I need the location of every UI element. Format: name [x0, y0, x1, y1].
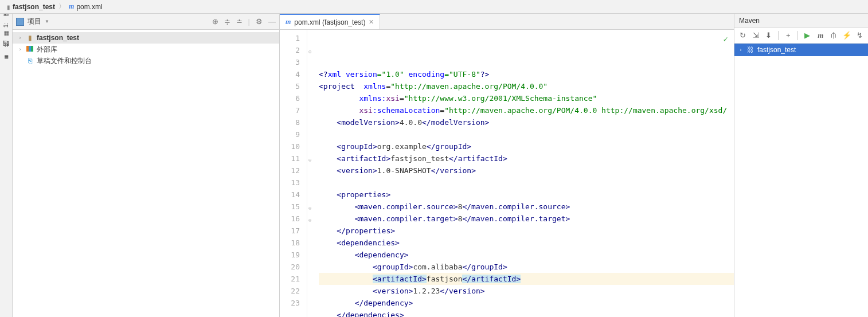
- editor-tab-pom[interactable]: m pom.xml (fastjson_test) ✕: [280, 14, 380, 29]
- add-project-icon[interactable]: +: [783, 31, 793, 40]
- code-line[interactable]: <artifactId>fastjson</artifactId>: [319, 273, 734, 285]
- profiles-icon[interactable]: ⚡: [842, 31, 851, 40]
- line-number: 3: [280, 56, 300, 68]
- code-line[interactable]: <maven.compiler.target>8</maven.compiler…: [319, 213, 734, 225]
- code-line[interactable]: <version>1.0-SNAPSHOT</version>: [319, 165, 734, 177]
- code-token: xml version: [328, 70, 377, 79]
- code-token: <maven.compiler.source>: [355, 202, 458, 211]
- editor-tab-label: pom.xml (fastjson_test): [294, 18, 365, 26]
- gear-icon[interactable]: ⚙: [256, 17, 263, 26]
- side-tab-project[interactable]: ▦ 1: 项目: [1, 18, 11, 38]
- maven-icon[interactable]: m: [816, 31, 826, 40]
- reload-icon[interactable]: ↻: [738, 31, 748, 40]
- code-area[interactable]: ✓ <?xml version="1.0" encoding="UTF-8"?>…: [315, 30, 734, 317]
- code-token: <version>: [373, 287, 413, 295]
- collapse-icon[interactable]: ↯: [855, 31, 865, 40]
- generate-sources-icon[interactable]: ⇲: [751, 31, 761, 40]
- select-opened-file-icon[interactable]: ⊕: [212, 17, 218, 26]
- maven-file-icon: m: [69, 2, 74, 11]
- maven-module-row[interactable]: › ⛓ fastjson_test: [734, 44, 868, 56]
- code-token: <: [319, 82, 323, 91]
- code-token: </groupId>: [462, 263, 507, 271]
- breadcrumb-separator: 〉: [58, 2, 65, 11]
- breadcrumb-project[interactable]: fastjson_test: [5, 3, 57, 11]
- line-number: 23: [280, 297, 300, 309]
- tree-row[interactable]: ⎘草稿文件和控制台: [13, 55, 279, 66]
- tree-row[interactable]: ›外部库: [13, 44, 279, 55]
- code-token: </version>: [431, 166, 476, 175]
- maven-toolbar: ↻⇲⬇+▶m⫛⚡↯: [734, 28, 868, 44]
- collapse-all-icon[interactable]: ≐: [236, 17, 243, 26]
- code-line[interactable]: <modelVersion>4.0.0</modelVersion>: [319, 116, 734, 128]
- code-token: <dependencies>: [337, 238, 400, 247]
- code-line[interactable]: <dependencies>: [319, 237, 734, 249]
- code-line[interactable]: <groupId>org.example</groupId>: [319, 140, 734, 152]
- code-line[interactable]: <maven.compiler.source>8</maven.compiler…: [319, 201, 734, 213]
- breadcrumb: fastjson_test 〉 m pom.xml: [0, 0, 868, 14]
- code-token: "http://www.w3.org/2001/XMLSchema-instan…: [404, 94, 597, 103]
- tree-row[interactable]: ›▮fastjson_test: [13, 32, 279, 44]
- code-line[interactable]: </dependency>: [319, 297, 734, 309]
- line-number: 14: [280, 189, 300, 201]
- maven-file-icon: m: [286, 18, 291, 26]
- line-number: 1: [280, 32, 300, 44]
- code-line[interactable]: [319, 177, 734, 189]
- code-token: "http://maven.apache.org/POM/4.0.0": [390, 82, 548, 91]
- code-line[interactable]: <artifactId>fastjson_test</artifactId>: [319, 152, 734, 165]
- code-token: org.example: [377, 142, 427, 151]
- inspection-ok-icon[interactable]: ✓: [724, 33, 728, 45]
- code-line[interactable]: <?xml version="1.0" encoding="UTF-8"?>: [319, 68, 734, 80]
- code-line[interactable]: <properties>: [319, 189, 734, 201]
- code-token: 4.0.0: [400, 118, 422, 127]
- code-token: </modelVersion>: [422, 118, 489, 127]
- line-number: 12: [280, 165, 300, 177]
- maven-panel: Maven ↻⇲⬇+▶m⫛⚡↯ › ⛓ fastjson_test: [734, 14, 868, 317]
- side-tab-structure[interactable]: ≣ 结构: [1, 50, 11, 61]
- separator: [797, 31, 798, 40]
- run-icon[interactable]: ▶: [803, 31, 812, 40]
- code-token: </maven.compiler.target>: [462, 214, 570, 223]
- breadcrumb-file[interactable]: m pom.xml: [67, 2, 105, 11]
- download-sources-icon[interactable]: ⬇: [764, 31, 774, 40]
- fold-gutter[interactable]: ⊖⊖⊖⊖: [307, 30, 315, 317]
- close-icon[interactable]: ✕: [369, 18, 374, 26]
- code-line[interactable]: xmlns:xsi="http://www.w3.org/2001/XMLSch…: [319, 92, 734, 104]
- project-panel: 项目 ▼ ⊕ ≑ ≐ | ⚙ — ›▮fastjson_test›外部库⎘草稿文…: [13, 14, 280, 317]
- code-line[interactable]: </properties>: [319, 225, 734, 237]
- line-number: 8: [280, 116, 300, 128]
- line-number: 7: [280, 104, 300, 116]
- code-token: <artifactId>: [373, 275, 427, 283]
- code-line[interactable]: <groupId>com.alibaba</groupId>: [319, 261, 734, 273]
- line-number: 4: [280, 68, 300, 80]
- code-line[interactable]: </dependencies>: [319, 309, 734, 317]
- side-tab-project-label: 1: 项目: [2, 21, 10, 28]
- project-tree[interactable]: ›▮fastjson_test›外部库⎘草稿文件和控制台: [13, 30, 279, 317]
- chevron-down-icon[interactable]: ▼: [45, 19, 49, 24]
- code-token: ="UTF-8": [444, 70, 480, 79]
- breadcrumb-file-label: pom.xml: [76, 3, 102, 11]
- code-token: <maven.compiler.target>: [355, 214, 458, 223]
- code-line[interactable]: <dependency>: [319, 249, 734, 261]
- code-token: <modelVersion>: [337, 118, 400, 127]
- code-token: xsi: [359, 106, 372, 115]
- chevron-right-icon: ›: [738, 47, 744, 53]
- code-line[interactable]: [319, 128, 734, 140]
- panel-title-icon: [16, 18, 24, 26]
- toggle-offline-icon[interactable]: ⫛: [829, 31, 839, 40]
- hide-icon[interactable]: —: [268, 17, 276, 26]
- code-line[interactable]: xsi:schemaLocation="http://maven.apache.…: [319, 104, 734, 116]
- expand-all-icon[interactable]: ≑: [224, 17, 230, 26]
- editor-body[interactable]: 1234567891011121314151617181920212223 ⊖⊖…: [280, 30, 734, 317]
- code-token: xmlns:: [359, 94, 386, 103]
- structure-icon: ≣: [4, 54, 9, 60]
- code-line[interactable]: <project xmlns="http://maven.apache.org/…: [319, 80, 734, 92]
- line-number: 22: [280, 285, 300, 297]
- folder-icon: ▮: [25, 34, 34, 42]
- line-number: 19: [280, 249, 300, 261]
- code-token: <artifactId>: [337, 154, 390, 163]
- maven-panel-title: Maven: [739, 17, 760, 25]
- code-token: </dependency>: [355, 299, 413, 307]
- line-number: 11: [280, 152, 300, 165]
- code-line[interactable]: <version>1.2.23</version>: [319, 285, 734, 297]
- line-number: 5: [280, 80, 300, 92]
